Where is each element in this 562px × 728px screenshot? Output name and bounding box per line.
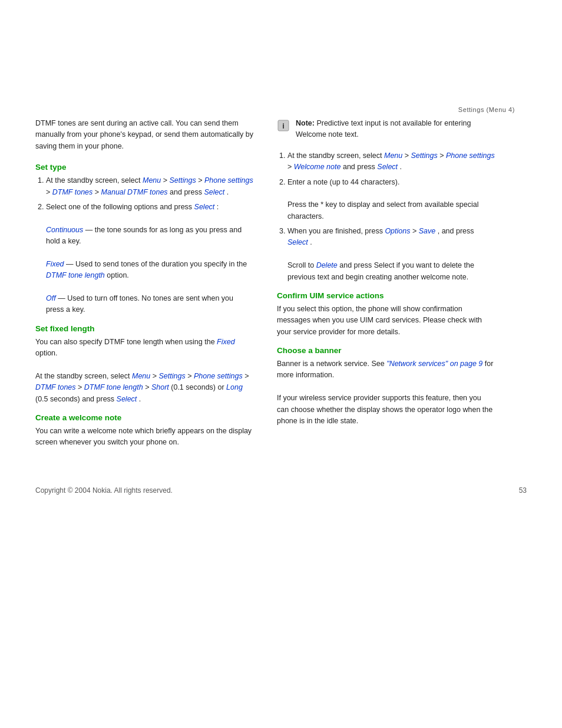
page-footer: Copyright © 2004 Nokia. All rights reser…	[0, 469, 562, 506]
set-type-content: At the standby screen, select Menu > Set…	[35, 175, 253, 316]
create-welcome-note-heading: Create a welcome note	[35, 413, 253, 422]
copyright-text: Copyright © 2004 Nokia. All rights reser…	[35, 486, 173, 495]
set-fixed-length-heading: Set fixed length	[35, 324, 253, 333]
note-icon: i	[277, 119, 290, 132]
page-number: 53	[519, 486, 527, 495]
confirm-uim-heading: Confirm UIM service actions	[277, 291, 495, 300]
confirm-uim-content: If you select this option, the phone wil…	[277, 304, 495, 338]
intro-text: DTMF tones are sent during an active cal…	[35, 118, 253, 152]
left-column: DTMF tones are sent during an active cal…	[35, 118, 253, 457]
note-box: i Note: Predictive text input is not ava…	[277, 118, 495, 141]
choose-banner-heading: Choose a banner	[277, 346, 495, 355]
set-type-heading: Set type	[35, 163, 253, 172]
welcome-note-step1: At the standby screen, select Menu > Set…	[287, 150, 495, 173]
set-type-step1: At the standby screen, select Menu > Set…	[46, 175, 253, 198]
page: Settings (Menu 4) DTMF tones are sent du…	[0, 0, 562, 728]
right-column: i Note: Predictive text input is not ava…	[277, 118, 495, 457]
welcome-note-steps: At the standby screen, select Menu > Set…	[277, 150, 495, 283]
page-header-text: Settings (Menu 4)	[458, 106, 515, 113]
svg-text:i: i	[282, 121, 285, 130]
set-fixed-length-content: You can also specify DTMF tone length wh…	[35, 337, 253, 405]
content-area: DTMF tones are sent during an active cal…	[0, 118, 562, 457]
note-text-content: Note: Predictive text input is not avail…	[296, 118, 495, 141]
page-header: Settings (Menu 4)	[0, 0, 562, 118]
create-welcome-note-content: You can write a welcome note which brief…	[35, 426, 253, 449]
welcome-note-step3: When you are finished, press Options > S…	[287, 226, 495, 283]
welcome-note-step2: Enter a note (up to 44 characters). Pres…	[287, 177, 495, 223]
choose-banner-content: Banner is a network service. See "Networ…	[277, 358, 495, 427]
set-type-step2: Select one of the following options and …	[46, 202, 253, 316]
